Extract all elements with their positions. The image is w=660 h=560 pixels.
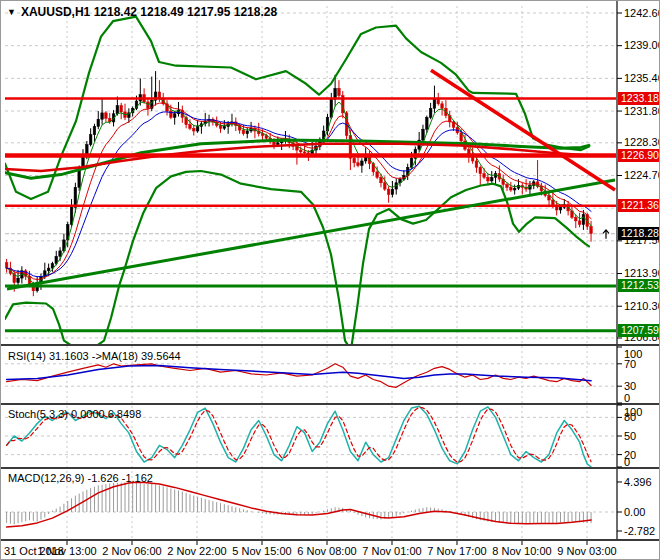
price-badge: 1212.53 bbox=[618, 279, 660, 292]
macd-indicator-label: MACD(12,26,9) -1.626 -1.162 bbox=[8, 472, 153, 484]
price-axis-label: 1213.90 bbox=[624, 267, 660, 280]
ohlc-readout: 1218.42 1218.49 1217.95 1218.28 bbox=[94, 5, 278, 19]
indicator-scale-label: 80 bbox=[624, 411, 636, 424]
trading-chart-window: ▼XAUUSD,H1 1218.42 1218.49 1217.95 1218.… bbox=[0, 0, 660, 560]
price-axis-label: 1210.30 bbox=[624, 300, 660, 313]
price-badge: 1233.18 bbox=[618, 92, 660, 105]
chart-header: ▼XAUUSD,H1 1218.42 1218.49 1217.95 1218.… bbox=[7, 5, 277, 19]
indicator-scale-label: -2.782 bbox=[624, 525, 655, 538]
price-axis-label: 1239.00 bbox=[624, 39, 660, 52]
price-badge: 1207.59 bbox=[618, 324, 660, 337]
indicator-scale-label: 0.00 bbox=[624, 506, 645, 519]
indicator-scale-label: 4.396 bbox=[624, 476, 652, 489]
price-badge: 1218.28 bbox=[618, 227, 660, 240]
time-axis-label: 9 Nov 03:00 bbox=[547, 545, 627, 558]
price-badge: 1226.90 bbox=[618, 149, 660, 162]
indicator-scale-label: 70 bbox=[624, 358, 636, 371]
symbol-dropdown-icon[interactable]: ▼ bbox=[7, 7, 16, 17]
price-arrow-icon bbox=[603, 230, 609, 239]
symbol-title: XAUUSD,H1 bbox=[21, 5, 90, 19]
rsi-indicator-label: RSI(14) 31.1603 ->MA(18) 39.5644 bbox=[8, 350, 181, 362]
price-axis-label: 1228.30 bbox=[624, 136, 660, 149]
price-axis-label: 1235.40 bbox=[624, 72, 660, 85]
price-badge: 1221.36 bbox=[618, 199, 660, 212]
price-axis-label: 1224.70 bbox=[624, 169, 660, 182]
indicator-scale-label: 0 bbox=[624, 456, 630, 469]
indicator-scale-label: 50 bbox=[624, 430, 636, 443]
price-axis-label: 1231.80 bbox=[624, 105, 660, 118]
indicator-scale-label: 0 bbox=[624, 392, 630, 405]
price-axis-label: 1242.60 bbox=[624, 7, 660, 20]
stochastic-indicator-label: Stoch(5,3,3) 0.0000 6.8498 bbox=[8, 408, 141, 420]
